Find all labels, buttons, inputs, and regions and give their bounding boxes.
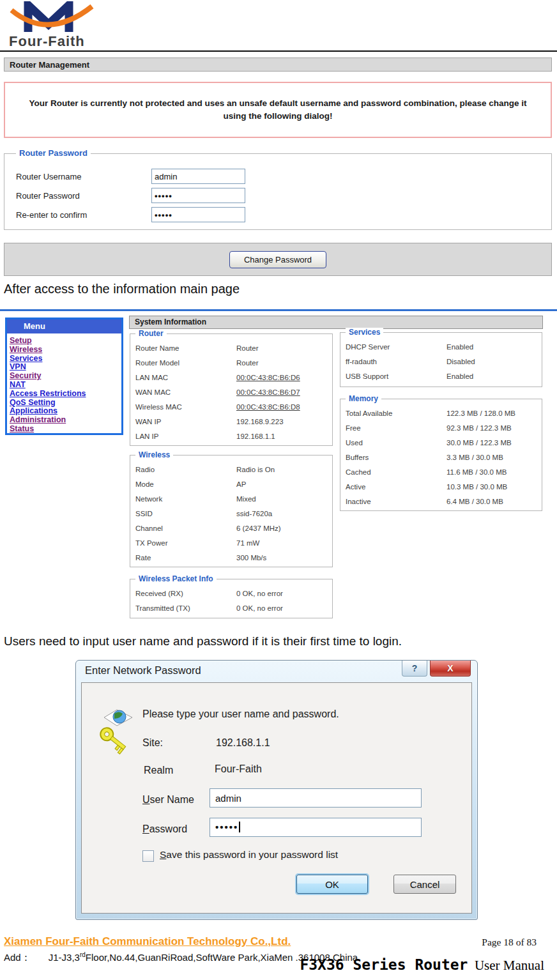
sidebar-item-status[interactable]: Status xyxy=(10,425,119,434)
info-label: Mode xyxy=(135,480,236,488)
system-information-bar: System Information xyxy=(129,316,543,329)
change-password-button[interactable]: Change Password xyxy=(229,251,326,268)
sidebar-item-wireless[interactable]: Wireless xyxy=(10,346,119,355)
info-label: DHCP Server xyxy=(346,343,446,351)
router-password-input[interactable] xyxy=(151,188,245,203)
reenter-confirm-input[interactable] xyxy=(151,207,245,222)
sidebar-item-qos-setting[interactable]: QoS Setting xyxy=(10,399,119,408)
info-value: 192.168.9.223 xyxy=(236,418,284,425)
page-number: Page 18 of 83 xyxy=(482,937,537,948)
info-row: ff-radauthDisabled xyxy=(340,354,542,369)
memory-legend: Memory xyxy=(346,394,381,403)
info-label: WAN IP xyxy=(135,418,236,425)
wireless-legend: Wireless xyxy=(135,450,173,459)
password-row: Router Password xyxy=(4,186,551,205)
info-row: NetworkMixed xyxy=(130,491,332,506)
info-row: Free92.3 MB / 122.3 MB xyxy=(340,420,542,435)
sidebar-item-access-restrictions[interactable]: Access Restrictions xyxy=(10,390,119,399)
key-globe-icon xyxy=(100,708,134,762)
footer-contact: http：//www.fourfaith.comTel：+86 592-6300… xyxy=(4,966,442,980)
enter-network-password-dialog: Enter Network Password ? X Please type y… xyxy=(75,660,478,920)
router-legend: Router xyxy=(135,329,167,338)
save-password-label: Save this password in your password list xyxy=(160,849,338,861)
four-faith-logo: Four-Faith xyxy=(9,1,118,50)
info-value: 11.6 MB / 30.0 MB xyxy=(446,468,507,476)
ok-button[interactable]: OK xyxy=(296,875,368,894)
sidebar-item-applications[interactable]: Applications xyxy=(10,407,119,416)
menu-header: Menu xyxy=(7,319,121,333)
info-value: 122.3 MB / 128.0 MB xyxy=(446,410,515,417)
title-sub: User Manual xyxy=(475,958,544,973)
wireless-mac-link[interactable]: 00:0C:43:8C:B6:D8 xyxy=(236,403,300,411)
manual-page: Four-Faith F3X36 Series Router User Manu… xyxy=(0,0,557,980)
info-label: LAN MAC xyxy=(135,374,236,381)
info-label: Rate xyxy=(135,554,236,562)
username-row: Router Username xyxy=(4,167,551,186)
info-value: 3.3 MB / 30.0 MB xyxy=(446,454,503,461)
info-value: AP xyxy=(236,480,246,488)
info-row: Wireless MAC00:0C:43:8C:B6:D8 xyxy=(130,399,332,414)
info-label: LAN IP xyxy=(135,433,236,440)
info-value: 71 mW xyxy=(236,539,259,547)
router-management-bar: Router Management xyxy=(4,57,552,72)
info-row: Used30.0 MB / 122.3 MB xyxy=(340,435,542,450)
info-row: ModeAP xyxy=(130,477,332,491)
info-label: USB Support xyxy=(346,372,446,380)
sidebar-item-services[interactable]: Services xyxy=(10,355,119,364)
user-name-label: User Name xyxy=(142,794,194,806)
info-value: 0 OK, no error xyxy=(236,590,283,597)
sidebar-item-vpn[interactable]: VPN xyxy=(10,363,119,372)
info-value: ssid-7620a xyxy=(236,510,272,517)
reenter-confirm-label: Re-enter to confirm xyxy=(16,210,151,220)
info-row: WAN IP192.168.9.223 xyxy=(130,414,332,429)
confirm-row: Re-enter to confirm xyxy=(4,205,551,224)
info-label: Transmitted (TX) xyxy=(135,604,236,612)
info-label: Radio xyxy=(135,466,236,473)
sidebar-item-setup[interactable]: Setup xyxy=(10,337,119,346)
info-label: Used xyxy=(346,439,446,447)
services-fieldset: Services DHCP ServerEnabled ff-radauthDi… xyxy=(340,332,542,387)
nav-menu: Menu Setup Wireless Services VPN Securit… xyxy=(5,318,123,435)
info-row: TX Power71 mW xyxy=(130,535,332,550)
info-label: TX Power xyxy=(135,539,236,547)
info-row: Cached11.6 MB / 30.0 MB xyxy=(340,464,542,479)
save-password-checkbox[interactable] xyxy=(142,850,154,862)
info-label: ff-radauth xyxy=(346,358,446,365)
router-username-label: Router Username xyxy=(16,172,151,181)
password-label: Password xyxy=(142,823,187,835)
sidebar-item-administration[interactable]: Administration xyxy=(10,416,119,425)
info-value: 192.168.1.1 xyxy=(236,433,275,440)
info-value: 6 (2437 MHz) xyxy=(236,524,281,532)
info-value: 92.3 MB / 122.3 MB xyxy=(446,424,512,432)
info-value: Mixed xyxy=(236,495,256,503)
help-icon[interactable]: ? xyxy=(402,661,427,677)
info-row: Router NameRouter xyxy=(130,341,332,355)
info-label: WAN MAC xyxy=(135,388,236,396)
site-value: 192.168.1.1 xyxy=(216,737,270,749)
info-value: 300 Mb/s xyxy=(236,554,266,562)
sidebar-item-nat[interactable]: NAT xyxy=(10,381,119,390)
caption-login: Users need to input user name and passwo… xyxy=(4,634,402,648)
close-icon[interactable]: X xyxy=(430,661,471,677)
wireless-packet-info-fieldset: Wireless Packet Info Received (RX)0 OK, … xyxy=(130,579,333,618)
user-name-input[interactable] xyxy=(210,788,422,808)
info-row: Rate300 Mb/s xyxy=(130,550,332,565)
wan-mac-link[interactable]: 00:0C:43:8C:B6:D7 xyxy=(236,388,300,396)
dialog-body: Please type your user name and password.… xyxy=(81,682,472,914)
info-row: RadioRadio is On xyxy=(130,462,332,477)
info-label: Network xyxy=(135,495,236,503)
info-row: WAN MAC00:0C:43:8C:B6:D7 xyxy=(130,385,332,399)
info-row: DHCP ServerEnabled xyxy=(340,339,542,354)
lan-mac-link[interactable]: 00:0C:43:8C:B6:D6 xyxy=(236,374,300,381)
warning-box: Your Router is currently not protected a… xyxy=(4,82,552,138)
info-value: 6.4 MB / 30.0 MB xyxy=(446,498,503,505)
cancel-button[interactable]: Cancel xyxy=(393,875,456,894)
info-value: 0 OK, no error xyxy=(236,604,283,612)
logo-m-swoosh-icon xyxy=(9,1,105,33)
realm-label: Realm xyxy=(144,765,173,776)
info-row: Buffers3.3 MB / 30.0 MB xyxy=(340,450,542,464)
password-input[interactable]: ••••• xyxy=(210,818,422,837)
caption-after-access: After access to the information main pag… xyxy=(4,282,240,296)
sidebar-item-security[interactable]: Security xyxy=(10,372,119,381)
router-username-input[interactable] xyxy=(151,169,245,184)
